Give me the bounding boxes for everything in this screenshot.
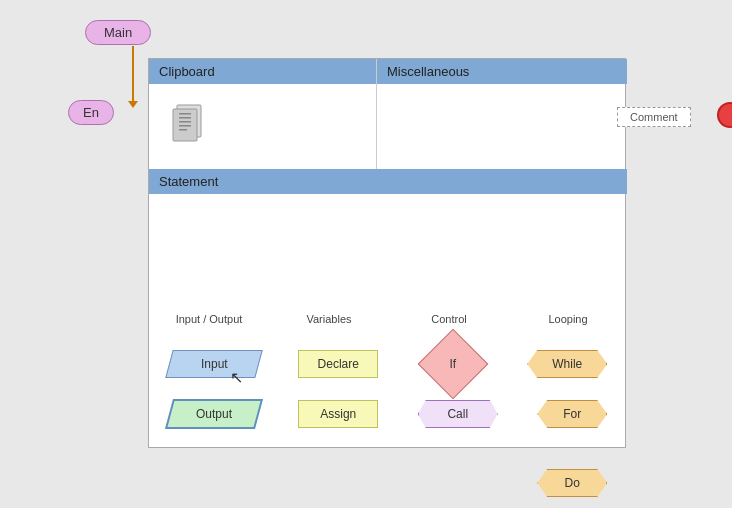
clipboard-label: Clipboard xyxy=(159,64,215,79)
declare-label: Declare xyxy=(318,357,359,371)
clipboard-section: Clipboard xyxy=(149,59,377,169)
node-en[interactable]: En xyxy=(68,100,114,125)
breakpoint-container: Breakpoint xyxy=(717,102,732,128)
column-headers: Input / Output Variables Control Looping xyxy=(149,309,627,329)
shape-if-container[interactable]: If xyxy=(418,339,488,389)
misc-section: Miscellaneous Comment Breakpoint xyxy=(377,59,627,169)
statement-label: Statement xyxy=(159,174,218,189)
breakpoint-circle[interactable] xyxy=(717,102,732,128)
output-label: Output xyxy=(196,407,232,421)
canvas-area: Main En Clipboard xyxy=(0,0,732,508)
shape-assign[interactable]: Assign xyxy=(298,400,378,428)
node-main[interactable]: Main xyxy=(85,20,151,45)
arrow-main xyxy=(132,46,134,102)
loop-label: Looping xyxy=(548,313,587,325)
col-header-vars: Variables xyxy=(269,313,389,325)
shape-declare[interactable]: Declare xyxy=(298,350,378,378)
svg-rect-4 xyxy=(179,121,191,123)
while-label: While xyxy=(552,357,582,371)
statement-header: Statement xyxy=(149,169,627,194)
shape-input[interactable]: Input xyxy=(165,350,263,378)
io-label: Input / Output xyxy=(176,313,243,325)
clipboard-icon[interactable] xyxy=(169,99,209,152)
do-label: Do xyxy=(565,476,580,490)
svg-rect-5 xyxy=(179,125,191,127)
statement-section: Statement Input / Output Variables Contr… xyxy=(149,169,627,449)
ctrl-label: Control xyxy=(431,313,466,325)
input-label: Input xyxy=(200,357,227,371)
shape-output[interactable]: Output xyxy=(165,399,263,429)
node-en-label: En xyxy=(83,105,99,120)
shape-for[interactable]: For xyxy=(537,400,607,428)
misc-header: Miscellaneous xyxy=(377,59,627,84)
svg-rect-2 xyxy=(179,113,191,115)
shape-call[interactable]: Call xyxy=(418,400,498,428)
misc-label: Miscellaneous xyxy=(387,64,469,79)
shape-while[interactable]: While xyxy=(527,350,607,378)
svg-rect-3 xyxy=(179,117,191,119)
node-main-label: Main xyxy=(104,25,132,40)
main-panel: Clipboard Miscellaneous Comment xyxy=(148,58,626,448)
shapes-row1: Input Declare If While xyxy=(149,339,627,389)
comment-shape[interactable]: Comment xyxy=(617,107,691,127)
shapes-row2: Output Assign Call For xyxy=(149,399,627,429)
assign-label: Assign xyxy=(320,407,356,421)
call-label: Call xyxy=(447,407,468,421)
shape-do[interactable]: Do xyxy=(537,469,607,497)
shapes-row3: Do xyxy=(149,469,627,497)
for-label: For xyxy=(563,407,581,421)
col-header-loop: Looping xyxy=(509,313,627,325)
col-header-io: Input / Output xyxy=(149,313,269,325)
vars-label: Variables xyxy=(306,313,351,325)
svg-rect-6 xyxy=(179,129,187,131)
col-header-ctrl: Control xyxy=(389,313,509,325)
clipboard-header: Clipboard xyxy=(149,59,376,84)
comment-label: Comment xyxy=(630,111,678,123)
if-label: If xyxy=(449,357,456,371)
